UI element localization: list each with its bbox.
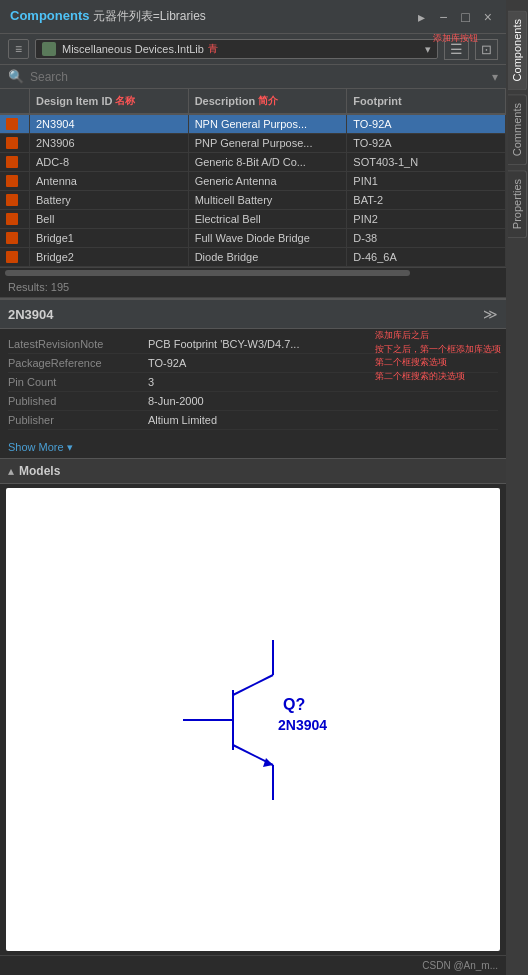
cell-design-item-id: Battery — [30, 191, 189, 209]
models-label: Models — [19, 464, 60, 478]
library-selector[interactable]: Miscellaneous Devices.IntLib 青 ▾ — [35, 39, 438, 59]
col-head-description[interactable]: Description 简介 — [189, 89, 348, 113]
prop-published: Published 8-Jun-2000 — [8, 392, 498, 411]
panel-minimize-button[interactable]: − — [435, 9, 451, 25]
lib-annotation: 青 — [208, 42, 218, 56]
tab-components[interactable]: Components — [508, 10, 527, 90]
svg-line-2 — [233, 675, 273, 695]
filter-button[interactable]: ≡ — [8, 39, 29, 59]
col-head-icon — [0, 89, 30, 113]
cell-footprint: BAT-2 — [347, 191, 506, 209]
prop-value-publisher: Altium Limited — [148, 414, 217, 426]
h-scroll-thumb[interactable] — [5, 270, 410, 276]
lib-dropdown-arrow[interactable]: ▾ — [425, 43, 431, 56]
cell-description: Multicell Battery — [189, 191, 348, 209]
component-name-label: 2N3904 — [278, 717, 327, 733]
component-q-label: Q? — [283, 696, 305, 713]
row-color-icon — [6, 232, 18, 244]
row-color-icon — [6, 194, 18, 206]
cell-description: Generic Antenna — [189, 172, 348, 190]
panel-pin-button[interactable]: ▸ — [414, 9, 429, 25]
prop-label-package-ref: PackageReference — [8, 357, 148, 369]
prop-value-published: 8-Jun-2000 — [148, 395, 204, 407]
cell-icon — [0, 134, 30, 152]
cell-description: Diode Bridge — [189, 248, 348, 266]
show-more-link[interactable]: Show More ▾ — [8, 441, 73, 453]
table-row[interactable]: BatteryMulticell BatteryBAT-2 — [0, 191, 506, 210]
cell-icon — [0, 191, 30, 209]
main-panel: Components 元器件列表=Libraries ▸ − □ × ≡ Mis… — [0, 0, 506, 975]
layout-button[interactable]: ⊡ — [475, 39, 498, 60]
cell-footprint: SOT403-1_N — [347, 153, 506, 171]
transistor-svg: Q? 2N3904 — [123, 620, 383, 820]
prop-publisher: Publisher Altium Limited — [8, 411, 498, 430]
cell-icon — [0, 248, 30, 266]
library-icon — [42, 42, 56, 56]
search-icon: 🔍 — [8, 69, 24, 84]
panel-controls: ▸ − □ × — [414, 9, 496, 25]
bottom-bar: CSDN @An_m... — [0, 955, 506, 975]
panel-title: Components 元器件列表=Libraries — [10, 8, 206, 25]
prop-value-package-ref: TO-92A — [148, 357, 186, 369]
detail-title: 2N3904 — [8, 307, 54, 322]
cell-design-item-id: Antenna — [30, 172, 189, 190]
search-dropdown-arrow[interactable]: ▾ — [492, 70, 498, 84]
row-color-icon — [6, 137, 18, 149]
cell-design-item-id: 2N3904 — [30, 115, 189, 133]
table-body: 2N3904NPN General Purpos...TO-92A2N3906P… — [0, 115, 506, 267]
prop-label-published: Published — [8, 395, 148, 407]
prop-value-latest-revision: PCB Footprint 'BCY-W3/D4.7... — [148, 338, 299, 350]
models-triangle: ▴ — [8, 464, 14, 478]
table-row[interactable]: 2N3906PNP General Purpose...TO-92A — [0, 134, 506, 153]
table-row[interactable]: Bridge1Full Wave Diode BridgeD-38 — [0, 229, 506, 248]
panel-title-chinese: 元器件列表=Libraries — [93, 9, 206, 23]
cell-icon — [0, 172, 30, 190]
show-more-section: Show More ▾ — [0, 436, 506, 458]
table-row[interactable]: 2N3904NPN General Purpos...TO-92A — [0, 115, 506, 134]
cell-design-item-id: 2N3906 — [30, 134, 189, 152]
cell-description: NPN General Purpos... — [189, 115, 348, 133]
panel-close-button[interactable]: × — [480, 9, 496, 25]
col-head-footprint[interactable]: Footprint — [347, 89, 506, 113]
search-input[interactable] — [30, 70, 486, 84]
table-header: Design Item ID 名称 Description 简介 Footpri… — [0, 89, 506, 115]
row-color-icon — [6, 118, 18, 130]
cell-footprint: TO-92A — [347, 134, 506, 152]
table-row[interactable]: AntennaGeneric AntennaPIN1 — [0, 172, 506, 191]
cell-icon — [0, 210, 30, 228]
cell-description: PNP General Purpose... — [189, 134, 348, 152]
models-header[interactable]: ▴ Models — [0, 458, 506, 484]
cell-icon — [0, 115, 30, 133]
cell-design-item-id: Bridge1 — [30, 229, 189, 247]
prop-label-publisher: Publisher — [8, 414, 148, 426]
prop-latest-revision: LatestRevisionNote PCB Footprint 'BCY-W3… — [8, 335, 498, 354]
detail-header: 2N3904 ≫ — [0, 298, 506, 329]
cell-description: Full Wave Diode Bridge — [189, 229, 348, 247]
svg-marker-6 — [263, 758, 273, 767]
table-row[interactable]: ADC-8Generic 8-Bit A/D Co...SOT403-1_N — [0, 153, 506, 172]
panel-maximize-button[interactable]: □ — [457, 9, 473, 25]
col-head-design-item-id[interactable]: Design Item ID 名称 — [30, 89, 189, 113]
cell-icon — [0, 153, 30, 171]
toolbar-row: ≡ Miscellaneous Devices.IntLib 青 ▾ ☰ ⊡ 添… — [0, 34, 506, 65]
transistor-diagram: Q? 2N3904 — [6, 488, 500, 951]
cell-footprint: PIN1 — [347, 172, 506, 190]
detail-expand-button[interactable]: ≫ — [483, 306, 498, 322]
panel-header: Components 元器件列表=Libraries ▸ − □ × — [0, 0, 506, 34]
table-row[interactable]: Bridge2Diode BridgeD-46_6A — [0, 248, 506, 267]
prop-label-pin-count: Pin Count — [8, 376, 148, 388]
cell-footprint: PIN2 — [347, 210, 506, 228]
cell-footprint: D-46_6A — [347, 248, 506, 266]
tab-comments[interactable]: Comments — [508, 94, 527, 165]
horizontal-scrollbar[interactable] — [0, 267, 506, 277]
search-row: 🔍 ▾ — [0, 65, 506, 89]
menu-button[interactable]: ☰ — [444, 38, 469, 60]
prop-pin-count: Pin Count 3 — [8, 373, 498, 392]
cell-design-item-id: Bell — [30, 210, 189, 228]
tab-properties[interactable]: Properties — [508, 170, 527, 238]
row-color-icon — [6, 156, 18, 168]
table-row[interactable]: BellElectrical BellPIN2 — [0, 210, 506, 229]
library-name: Miscellaneous Devices.IntLib — [62, 43, 204, 55]
row-color-icon — [6, 175, 18, 187]
prop-label-latest-revision: LatestRevisionNote — [8, 338, 148, 350]
